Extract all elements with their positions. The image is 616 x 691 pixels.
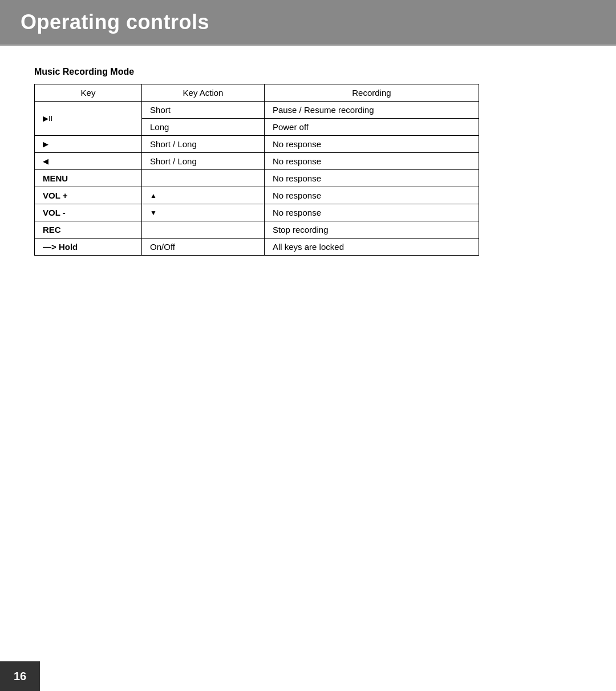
recording-vol-up: No response xyxy=(264,187,479,204)
main-content: Music Recording Mode Key Key Action Reco… xyxy=(0,46,616,278)
recording-next: No response xyxy=(264,136,479,153)
col-header-recording: Recording xyxy=(264,84,479,102)
table-row: MENU No response xyxy=(35,170,479,187)
col-header-key: Key xyxy=(35,84,142,102)
key-vol-up: VOL + xyxy=(35,187,142,204)
action-next: Short / Long xyxy=(142,136,265,153)
key-next: ▶ xyxy=(35,136,142,153)
table-row: REC Stop recording xyxy=(35,221,479,239)
page-number: 16 xyxy=(14,670,26,683)
recording-short-1: Pause / Resume recording xyxy=(264,102,479,119)
key-hold: —> Hold xyxy=(35,239,142,256)
action-hold: On/Off xyxy=(142,239,265,256)
action-menu xyxy=(142,170,265,187)
key-vol-down: VOL - xyxy=(35,204,142,221)
key-menu: MENU xyxy=(35,170,142,187)
action-prev: Short / Long xyxy=(142,153,265,170)
recording-menu: No response xyxy=(264,170,479,187)
recording-long-1: Power off xyxy=(264,119,479,136)
controls-table: Key Key Action Recording ▶II Short Pause… xyxy=(34,84,479,256)
table-row: VOL + ▲ No response xyxy=(35,187,479,204)
recording-prev: No response xyxy=(264,153,479,170)
action-long-1: Long xyxy=(142,119,265,136)
key-play-pause: ▶II xyxy=(35,102,142,136)
table-row: ▶ Short / Long No response xyxy=(35,136,479,153)
page-title: Operating controls xyxy=(21,10,209,34)
recording-vol-down: No response xyxy=(264,204,479,221)
recording-rec: Stop recording xyxy=(264,221,479,239)
action-short-1: Short xyxy=(142,102,265,119)
table-row: ◀ Short / Long No response xyxy=(35,153,479,170)
table-row: —> Hold On/Off All keys are locked xyxy=(35,239,479,256)
recording-hold: All keys are locked xyxy=(264,239,479,256)
header-bar: Operating controls xyxy=(0,0,616,46)
section-title: Music Recording Mode xyxy=(34,67,582,77)
footer-bar: 16 xyxy=(0,661,40,691)
action-rec xyxy=(142,221,265,239)
action-vol-up: ▲ xyxy=(142,187,265,204)
action-vol-down: ▼ xyxy=(142,204,265,221)
col-header-action: Key Action xyxy=(142,84,265,102)
key-rec: REC xyxy=(35,221,142,239)
table-row: VOL - ▼ No response xyxy=(35,204,479,221)
table-header-row: Key Key Action Recording xyxy=(35,84,479,102)
key-prev: ◀ xyxy=(35,153,142,170)
table-row: ▶II Short Pause / Resume recording xyxy=(35,102,479,119)
